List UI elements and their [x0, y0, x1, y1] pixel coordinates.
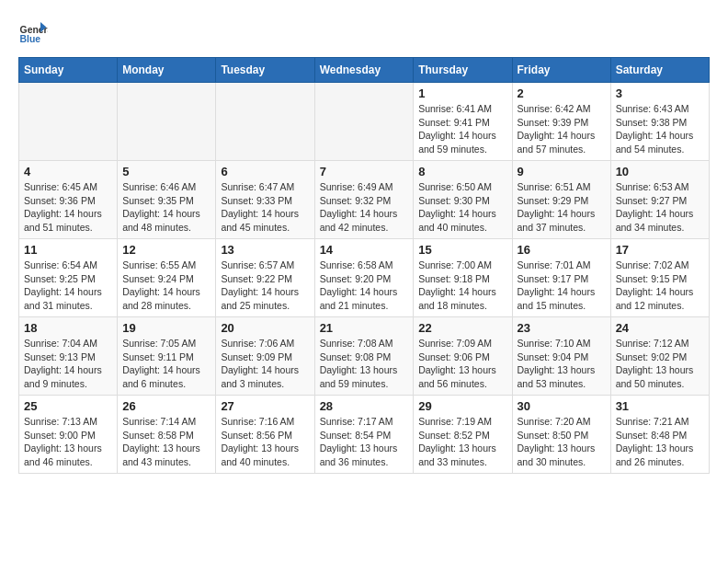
calendar-cell: 10Sunrise: 6:53 AMSunset: 9:27 PMDayligh…	[610, 161, 709, 239]
day-number: 13	[221, 243, 309, 257]
day-info: Sunrise: 6:57 AMSunset: 9:22 PMDaylight:…	[221, 259, 309, 313]
day-info: Sunrise: 6:41 AMSunset: 9:41 PMDaylight:…	[418, 102, 506, 156]
calendar-day-header: Saturday	[610, 58, 709, 83]
calendar-cell: 16Sunrise: 7:01 AMSunset: 9:17 PMDayligh…	[512, 239, 610, 317]
day-number: 26	[122, 399, 210, 413]
calendar-week-row: 1Sunrise: 6:41 AMSunset: 9:41 PMDaylight…	[19, 83, 710, 161]
calendar-table: SundayMondayTuesdayWednesdayThursdayFrid…	[18, 57, 710, 474]
calendar-cell: 4Sunrise: 6:45 AMSunset: 9:36 PMDaylight…	[19, 161, 118, 239]
calendar-week-row: 25Sunrise: 7:13 AMSunset: 9:00 PMDayligh…	[19, 396, 710, 474]
day-info: Sunrise: 7:10 AMSunset: 9:04 PMDaylight:…	[518, 337, 606, 391]
day-info: Sunrise: 6:49 AMSunset: 9:32 PMDaylight:…	[320, 180, 409, 235]
day-info: Sunrise: 7:14 AMSunset: 8:58 PMDaylight:…	[122, 415, 210, 469]
day-number: 11	[24, 243, 112, 257]
calendar-cell: 25Sunrise: 7:13 AMSunset: 9:00 PMDayligh…	[19, 396, 118, 474]
day-number: 23	[518, 321, 606, 335]
calendar-cell: 5Sunrise: 6:46 AMSunset: 9:35 PMDaylight…	[118, 161, 216, 239]
logo-icon: General Blue	[18, 18, 48, 48]
calendar-cell: 3Sunrise: 6:43 AMSunset: 9:38 PMDaylight…	[610, 83, 709, 161]
calendar-cell	[118, 83, 216, 161]
calendar-cell: 27Sunrise: 7:16 AMSunset: 8:56 PMDayligh…	[216, 396, 314, 474]
svg-text:Blue: Blue	[20, 34, 41, 44]
day-info: Sunrise: 7:16 AMSunset: 8:56 PMDaylight:…	[221, 415, 309, 469]
day-number: 21	[320, 321, 409, 335]
day-number: 17	[616, 243, 704, 257]
calendar-cell: 30Sunrise: 7:20 AMSunset: 8:50 PMDayligh…	[512, 396, 610, 474]
day-number: 25	[24, 399, 112, 413]
day-info: Sunrise: 7:21 AMSunset: 8:48 PMDaylight:…	[616, 415, 704, 469]
day-info: Sunrise: 7:05 AMSunset: 9:11 PMDaylight:…	[122, 337, 210, 391]
calendar-cell	[19, 83, 118, 161]
calendar-cell: 1Sunrise: 6:41 AMSunset: 9:41 PMDaylight…	[414, 83, 512, 161]
day-number: 20	[221, 321, 309, 335]
calendar-cell: 13Sunrise: 6:57 AMSunset: 9:22 PMDayligh…	[216, 239, 314, 317]
day-number: 24	[616, 321, 704, 335]
day-number: 6	[221, 165, 309, 178]
day-info: Sunrise: 7:19 AMSunset: 8:52 PMDaylight:…	[418, 415, 506, 469]
day-info: Sunrise: 6:54 AMSunset: 9:25 PMDaylight:…	[24, 259, 112, 313]
calendar-cell: 26Sunrise: 7:14 AMSunset: 8:58 PMDayligh…	[118, 396, 216, 474]
calendar-cell: 11Sunrise: 6:54 AMSunset: 9:25 PMDayligh…	[19, 239, 118, 317]
day-number: 16	[518, 243, 606, 257]
calendar-cell: 21Sunrise: 7:08 AMSunset: 9:08 PMDayligh…	[314, 317, 414, 396]
day-number: 8	[418, 165, 506, 178]
calendar-cell: 18Sunrise: 7:04 AMSunset: 9:13 PMDayligh…	[19, 317, 118, 396]
calendar-cell: 28Sunrise: 7:17 AMSunset: 8:54 PMDayligh…	[314, 396, 414, 474]
day-number: 9	[518, 165, 606, 178]
calendar-day-header: Thursday	[414, 58, 512, 83]
calendar-cell: 31Sunrise: 7:21 AMSunset: 8:48 PMDayligh…	[610, 396, 709, 474]
day-info: Sunrise: 7:09 AMSunset: 9:06 PMDaylight:…	[418, 337, 506, 391]
calendar-week-row: 18Sunrise: 7:04 AMSunset: 9:13 PMDayligh…	[19, 317, 710, 396]
calendar-day-header: Wednesday	[314, 58, 414, 83]
calendar-cell: 20Sunrise: 7:06 AMSunset: 9:09 PMDayligh…	[216, 317, 314, 396]
calendar-cell: 14Sunrise: 6:58 AMSunset: 9:20 PMDayligh…	[314, 239, 414, 317]
day-info: Sunrise: 7:13 AMSunset: 9:00 PMDaylight:…	[24, 415, 112, 469]
calendar-cell: 9Sunrise: 6:51 AMSunset: 9:29 PMDaylight…	[512, 161, 610, 239]
day-number: 31	[616, 399, 704, 413]
day-number: 27	[221, 399, 309, 413]
day-number: 28	[320, 399, 409, 413]
day-info: Sunrise: 7:02 AMSunset: 9:15 PMDaylight:…	[616, 259, 704, 313]
day-info: Sunrise: 7:06 AMSunset: 9:09 PMDaylight:…	[221, 337, 309, 391]
day-number: 7	[320, 165, 409, 178]
day-info: Sunrise: 6:45 AMSunset: 9:36 PMDaylight:…	[24, 180, 112, 235]
calendar-day-header: Monday	[118, 58, 216, 83]
day-number: 10	[616, 165, 704, 178]
calendar-day-header: Friday	[512, 58, 610, 83]
day-info: Sunrise: 7:04 AMSunset: 9:13 PMDaylight:…	[24, 337, 112, 391]
day-number: 14	[320, 243, 409, 257]
day-number: 4	[24, 165, 112, 178]
day-number: 1	[418, 86, 506, 100]
page-header: General Blue	[18, 18, 710, 48]
day-number: 19	[122, 321, 210, 335]
day-info: Sunrise: 6:42 AMSunset: 9:39 PMDaylight:…	[518, 102, 606, 156]
calendar-cell: 23Sunrise: 7:10 AMSunset: 9:04 PMDayligh…	[512, 317, 610, 396]
day-info: Sunrise: 6:50 AMSunset: 9:30 PMDaylight:…	[418, 180, 506, 235]
day-info: Sunrise: 7:08 AMSunset: 9:08 PMDaylight:…	[320, 337, 409, 391]
calendar-cell: 19Sunrise: 7:05 AMSunset: 9:11 PMDayligh…	[118, 317, 216, 396]
calendar-cell: 2Sunrise: 6:42 AMSunset: 9:39 PMDaylight…	[512, 83, 610, 161]
day-number: 30	[518, 399, 606, 413]
calendar-cell: 12Sunrise: 6:55 AMSunset: 9:24 PMDayligh…	[118, 239, 216, 317]
calendar-cell: 17Sunrise: 7:02 AMSunset: 9:15 PMDayligh…	[610, 239, 709, 317]
day-number: 3	[616, 86, 704, 100]
calendar-cell: 29Sunrise: 7:19 AMSunset: 8:52 PMDayligh…	[414, 396, 512, 474]
calendar-cell: 8Sunrise: 6:50 AMSunset: 9:30 PMDaylight…	[414, 161, 512, 239]
day-info: Sunrise: 6:47 AMSunset: 9:33 PMDaylight:…	[221, 180, 309, 235]
day-info: Sunrise: 6:51 AMSunset: 9:29 PMDaylight:…	[518, 180, 606, 235]
day-info: Sunrise: 6:43 AMSunset: 9:38 PMDaylight:…	[616, 102, 704, 156]
calendar-day-header: Tuesday	[216, 58, 314, 83]
calendar-header-row: SundayMondayTuesdayWednesdayThursdayFrid…	[19, 58, 710, 83]
calendar-cell: 7Sunrise: 6:49 AMSunset: 9:32 PMDaylight…	[314, 161, 414, 239]
day-number: 2	[518, 86, 606, 100]
logo: General Blue	[18, 18, 48, 48]
day-number: 22	[418, 321, 506, 335]
calendar-cell	[216, 83, 314, 161]
calendar-cell: 15Sunrise: 7:00 AMSunset: 9:18 PMDayligh…	[414, 239, 512, 317]
day-info: Sunrise: 7:20 AMSunset: 8:50 PMDaylight:…	[518, 415, 606, 469]
day-info: Sunrise: 6:53 AMSunset: 9:27 PMDaylight:…	[616, 180, 704, 235]
day-info: Sunrise: 6:46 AMSunset: 9:35 PMDaylight:…	[122, 180, 210, 235]
day-number: 5	[122, 165, 210, 178]
day-number: 29	[418, 399, 506, 413]
day-info: Sunrise: 7:12 AMSunset: 9:02 PMDaylight:…	[616, 337, 704, 391]
